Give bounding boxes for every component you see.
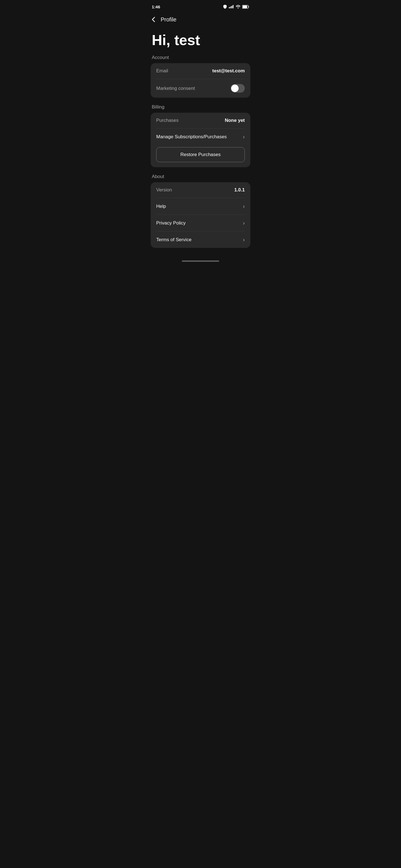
- page-title: Profile: [161, 17, 176, 23]
- billing-card: Purchases None yet Manage Subscriptions/…: [151, 113, 250, 167]
- privacy-policy-row[interactable]: Privacy Policy ›: [151, 215, 250, 231]
- about-card: Version 1.0.1 Help › Privacy Policy › Te…: [151, 182, 250, 248]
- version-value: 1.0.1: [234, 187, 245, 193]
- manage-arrow-icon: ›: [243, 133, 245, 140]
- restore-purchases-button[interactable]: Restore Purchases: [156, 147, 245, 162]
- home-bar: [182, 260, 219, 262]
- shield-icon: [223, 4, 227, 9]
- greeting-text: Hi, test: [152, 32, 249, 48]
- status-time: 1:46: [152, 4, 160, 9]
- marketing-consent-label: Marketing consent: [156, 86, 195, 91]
- status-bar: 1:46: [146, 0, 255, 12]
- svg-point-4: [238, 8, 239, 9]
- marketing-toggle-wrapper: [231, 84, 245, 93]
- privacy-policy-label: Privacy Policy: [156, 220, 186, 226]
- account-section-label: Account: [146, 55, 255, 63]
- email-row: Email test@test.com: [151, 63, 250, 79]
- svg-rect-3: [233, 5, 234, 8]
- battery-icon: [242, 5, 249, 9]
- marketing-consent-toggle[interactable]: [231, 84, 245, 93]
- svg-rect-6: [242, 5, 247, 8]
- tos-arrow-icon: ›: [243, 237, 245, 243]
- restore-purchases-label: Restore Purchases: [180, 152, 221, 157]
- email-label: Email: [156, 68, 168, 74]
- signal-icon: [229, 5, 234, 8]
- help-label: Help: [156, 204, 166, 209]
- svg-rect-7: [249, 6, 249, 7]
- terms-of-service-label: Terms of Service: [156, 237, 192, 243]
- terms-of-service-row[interactable]: Terms of Service ›: [151, 231, 250, 248]
- marketing-consent-row: Marketing consent: [151, 79, 250, 98]
- greeting: Hi, test: [146, 28, 255, 55]
- help-row[interactable]: Help ›: [151, 198, 250, 215]
- about-section-label: About: [146, 174, 255, 182]
- top-nav: Profile: [146, 12, 255, 28]
- status-icons: [223, 4, 249, 9]
- purchases-row: Purchases None yet: [151, 113, 250, 128]
- purchases-value: None yet: [225, 118, 245, 123]
- email-value: test@test.com: [212, 68, 245, 74]
- privacy-arrow-icon: ›: [243, 220, 245, 226]
- svg-rect-2: [231, 6, 232, 8]
- manage-subscriptions-row[interactable]: Manage Subscriptions/Purchases ›: [151, 128, 250, 145]
- help-arrow-icon: ›: [243, 203, 245, 210]
- back-button[interactable]: [148, 14, 159, 25]
- toggle-knob: [231, 85, 239, 92]
- svg-rect-0: [229, 7, 230, 9]
- version-row: Version 1.0.1: [151, 182, 250, 198]
- manage-subscriptions-label: Manage Subscriptions/Purchases: [156, 134, 227, 140]
- purchases-label: Purchases: [156, 118, 178, 123]
- account-card: Email test@test.com Marketing consent: [151, 63, 250, 98]
- version-label: Version: [156, 187, 172, 193]
- billing-section-label: Billing: [146, 104, 255, 113]
- bottom-indicator: [146, 254, 255, 264]
- wifi-icon: [236, 5, 240, 9]
- svg-rect-1: [230, 6, 231, 8]
